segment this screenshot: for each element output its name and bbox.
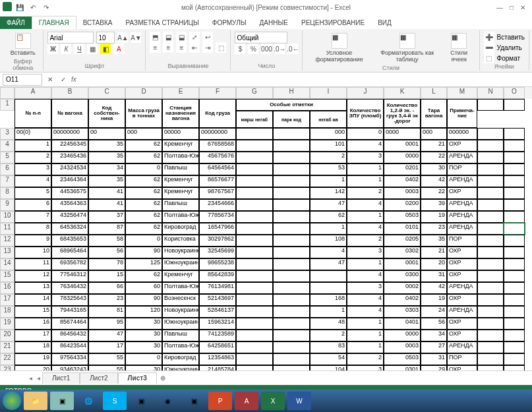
bold-icon[interactable]: Ж <box>47 44 58 54</box>
cell-cargo[interactable]: 76134981 <box>199 282 236 294</box>
cell-cargo[interactable]: 67658568 <box>199 140 236 152</box>
[interactable] <box>477 353 504 365</box>
[interactable] <box>477 294 504 306</box>
tpl-c[interactable]: 00 <box>88 128 125 140</box>
comma-icon[interactable]: 000 <box>261 44 272 54</box>
[interactable] <box>504 341 525 353</box>
cell-mass[interactable]: 30 <box>125 330 162 341</box>
cell-h[interactable] <box>273 318 310 330</box>
cell-g[interactable] <box>236 187 273 199</box>
cell-qty[interactable]: 0200 <box>384 199 421 211</box>
row-header[interactable]: 4 <box>0 140 15 152</box>
cell-n[interactable]: 8 <box>15 223 51 235</box>
cell-g[interactable] <box>236 247 273 258</box>
sheet-tab-2[interactable]: Лист3 <box>118 372 157 384</box>
cell-h[interactable] <box>273 341 310 353</box>
cell-wagon[interactable]: 24324534 <box>51 163 88 175</box>
row-header[interactable]: 23 <box>0 365 15 370</box>
cell-cargo[interactable]: 23454666 <box>199 199 236 211</box>
cell-i[interactable]: 104 <box>310 365 347 370</box>
cell-wagon[interactable]: 23465436 <box>51 152 88 163</box>
cell-i[interactable]: 54 <box>310 353 347 365</box>
cell-tare[interactable]: 30 <box>421 163 447 175</box>
cell-h[interactable] <box>273 247 310 258</box>
cell-tare[interactable]: 19 <box>421 211 447 223</box>
cell-cargo[interactable]: 77856734 <box>199 211 236 223</box>
cell-note[interactable]: АРЕНДА <box>447 211 477 223</box>
[interactable] <box>504 128 525 140</box>
taskbar-explorer[interactable]: 📁 <box>24 392 47 410</box>
taskbar-app4[interactable]: ▣ <box>182 392 206 410</box>
row-header[interactable]: 1 <box>0 99 15 111</box>
cell-tare[interactable]: 39 <box>421 199 447 211</box>
hdr-i[interactable]: негаб ав <box>310 111 347 128</box>
grid[interactable]: 1№ п-п№ вагонаКод собствен- никаМасса гр… <box>0 99 532 370</box>
cell-cargo[interactable]: 98767567 <box>199 187 236 199</box>
cell-note[interactable]: ОХР <box>447 330 477 341</box>
[interactable] <box>477 175 504 187</box>
cell-note[interactable]: ОХР <box>447 247 477 258</box>
tab-home[interactable]: ГЛАВНАЯ <box>32 16 76 29</box>
row-header[interactable]: 18 <box>0 306 15 318</box>
cell-qty[interactable]: 0201 <box>384 163 421 175</box>
font-select[interactable] <box>47 32 94 44</box>
tab-nav-prev[interactable]: ◂ <box>34 374 42 382</box>
cell-wagon[interactable]: 23464364 <box>51 175 88 187</box>
cell-i[interactable]: 2 <box>310 152 347 163</box>
[interactable] <box>504 258 525 270</box>
col-header-E[interactable]: E <box>162 87 199 99</box>
cell-zpu[interactable]: 2 <box>347 353 384 365</box>
fill-color-icon[interactable]: ◧ <box>100 44 111 54</box>
cell-h[interactable] <box>273 163 310 175</box>
cell-cargo[interactable]: 85642839 <box>199 270 236 282</box>
tab-insert[interactable]: ВСТАВКА <box>76 16 119 29</box>
format-cell-icon[interactable]: ⬚ <box>484 53 494 63</box>
cell-cargo[interactable]: 64258651 <box>199 341 236 353</box>
cell-owner[interactable]: 35 <box>88 152 125 163</box>
wrap-text-icon[interactable]: ↩ <box>202 32 213 42</box>
cell-note[interactable]: ОХР <box>447 187 477 199</box>
cell-cargo[interactable]: 30297862 <box>199 235 236 247</box>
cell-g[interactable] <box>236 341 273 353</box>
cell-owner[interactable]: 87 <box>88 223 125 235</box>
cell-g[interactable] <box>236 353 273 365</box>
[interactable] <box>504 211 525 223</box>
undo-icon[interactable]: ↶ <box>28 2 38 13</box>
grow-font-icon[interactable]: A▲ <box>117 32 128 43</box>
cell-n[interactable]: 13 <box>15 282 51 294</box>
cell-n[interactable]: 12 <box>15 270 51 282</box>
cell-owner[interactable]: 56 <box>88 247 125 258</box>
cell-zpu[interactable]: 1 <box>347 318 384 330</box>
cell-tare[interactable]: 19 <box>421 294 447 306</box>
tpl-l[interactable]: 000 <box>421 128 447 140</box>
cell-n[interactable]: 15 <box>15 306 51 318</box>
hdr-j[interactable]: Количество ЗПУ (пломб) <box>347 99 384 128</box>
cell-note[interactable]: ПОР <box>447 163 477 175</box>
col-header-B[interactable]: B <box>51 87 88 99</box>
cell-n[interactable]: 1 <box>15 140 51 152</box>
cell-wagon[interactable]: 68435653 <box>51 235 88 247</box>
row-header[interactable]: 16 <box>0 282 15 294</box>
cell-tare[interactable]: 27 <box>421 341 447 353</box>
cell-station[interactable]: Полтава-Южна <box>162 341 199 353</box>
tab-formulas[interactable]: ФОРМУЛЫ <box>206 16 253 29</box>
cell-g[interactable] <box>236 235 273 247</box>
[interactable] <box>477 128 504 140</box>
cell-cargo[interactable]: 52143697 <box>199 294 236 306</box>
cell-owner[interactable]: 23 <box>88 294 125 306</box>
cell-wagon[interactable]: 86456432 <box>51 330 88 341</box>
[interactable] <box>477 330 504 341</box>
cell-i[interactable]: 168 <box>310 294 347 306</box>
cell-n[interactable]: 17 <box>15 330 51 341</box>
cell-mass[interactable]: 0 <box>125 163 162 175</box>
cell-station[interactable]: Новоукраинка <box>162 306 199 318</box>
cell-g[interactable] <box>236 140 273 152</box>
cell-qty[interactable]: 0402 <box>384 175 421 187</box>
hdr-e[interactable]: Станция назначения вагона <box>162 99 199 128</box>
sheet-tab-0[interactable]: Лист1 <box>42 372 80 384</box>
[interactable] <box>477 235 504 247</box>
cell-note[interactable]: АРЕНДА <box>447 306 477 318</box>
col-header-H[interactable]: H <box>273 87 310 99</box>
cell-qty[interactable]: 0001 <box>384 258 421 270</box>
cell-zpu[interactable]: 3 <box>347 282 384 294</box>
